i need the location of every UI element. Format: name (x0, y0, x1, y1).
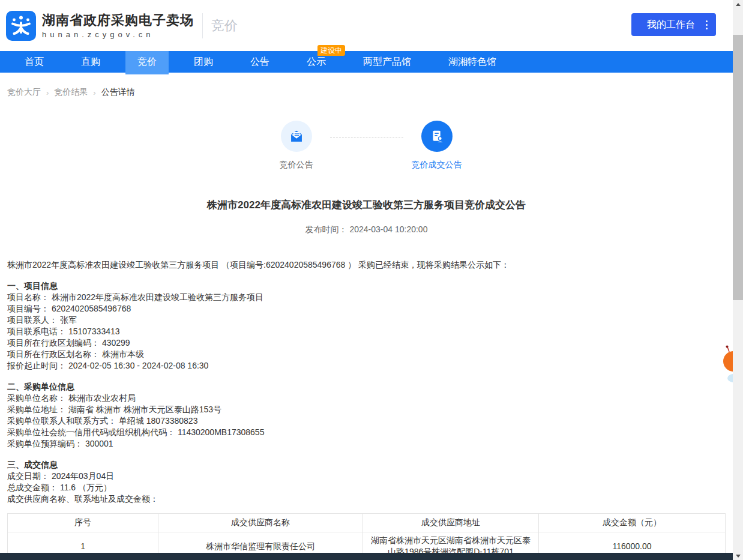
publish-time: 发布时间： 2024-03-04 10:20:00 (0, 224, 733, 235)
nav-item-publicity-label: 公示 (307, 56, 326, 67)
portal-section-label: 竞价 (202, 13, 238, 38)
service-mascot[interactable] (721, 345, 733, 384)
header-deal-amount: 成交金额（元） (539, 514, 726, 532)
project-phone: 项目联系电话： 15107333413 (7, 326, 726, 337)
project-name: 项目名称： 株洲市2022年度高标准农田建设竣工验收第三方服务项目 (7, 292, 726, 303)
nav-item-bidding[interactable]: 竞价 (125, 51, 169, 74)
nav-item-two-type-products[interactable]: 两型产品馆 (351, 51, 423, 73)
site-title: 湖南省政府采购电子卖场 (42, 13, 194, 28)
step-label-bidding-announcement: 竞价公告 (263, 160, 330, 170)
scrollbar-down-arrow-icon[interactable] (733, 552, 743, 560)
section3-heading: 三、成交信息 (7, 459, 726, 471)
quote-time-range: 报价起止时间： 2024-02-05 16:30 - 2024-02-08 16… (7, 360, 726, 372)
notice-intro: 株洲市2022年度高标准农田建设竣工验收第三方服务项目 （项目编号:620240… (7, 259, 726, 271)
main-nav: 首页 直购 竞价 团购 公告 公示 建设中 两型产品馆 湖湘特色馆 (0, 51, 733, 73)
deal-date: 成交日期： 2024年03月04日 (7, 471, 726, 482)
project-number: 项目编号： 62024020585496768 (7, 303, 726, 315)
deal-document-icon (421, 121, 453, 152)
step-deal-announcement: 竞价成交公告 (403, 121, 471, 170)
page: 湖南省政府采购电子卖场 hunan.zcygov.cn 竞价 我的工作台 首页 … (0, 0, 733, 560)
scrollbar-thumb[interactable] (733, 35, 743, 300)
notice-title: 株洲市2022年度高标准农田建设竣工验收第三方服务项目竞价成交公告 (0, 198, 733, 212)
section1-heading: 一、项目信息 (7, 280, 726, 292)
under-construction-badge: 建设中 (317, 45, 345, 56)
nav-item-huxiang-specialty[interactable]: 湖湘特色馆 (436, 51, 508, 73)
more-dots-icon (706, 20, 708, 29)
project-region-code: 项目所在行政区划编码： 430299 (7, 337, 726, 349)
workbench-button[interactable]: 我的工作台 (631, 13, 716, 36)
project-region-name: 项目所在行政区划名称： 株洲市本级 (7, 349, 726, 360)
header-supplier-address: 成交供应商地址 (363, 514, 539, 532)
scrollbar-up-arrow-icon[interactable] (733, 0, 743, 8)
brand-block: 湖南省政府采购电子卖场 hunan.zcygov.cn (42, 13, 194, 39)
notice-body: 株洲市2022年度高标准农田建设竣工验收第三方服务项目 （项目编号:620240… (0, 259, 733, 560)
purchaser-credit-code: 采购单位社会统一信用代码或组织机构代码： 11430200MB17308655 (7, 427, 726, 438)
section2-heading: 二、采购单位信息 (7, 381, 726, 393)
nav-item-direct-purchase[interactable]: 直购 (69, 51, 112, 73)
nav-item-announcement[interactable]: 公告 (238, 51, 281, 73)
step-connector-line (330, 137, 403, 137)
nav-item-home[interactable]: 首页 (13, 51, 56, 73)
deal-supplier-intro: 成交供应商名称、联系地址及成交金额： (7, 493, 726, 505)
zcy-logo-icon (6, 11, 36, 41)
footer-bar (0, 553, 733, 560)
vertical-scrollbar[interactable] (733, 0, 743, 560)
breadcrumb-separator-icon: › (46, 88, 49, 97)
breadcrumb-bidding-hall[interactable]: 竞价大厅 (7, 87, 41, 98)
site-domain: hunan.zcygov.cn (42, 30, 194, 39)
purchaser-contact: 采购单位联系人和联系方式： 单绍城 18073380823 (7, 415, 726, 427)
table-header-row: 序号 成交供应商名称 成交供应商地址 成交金额（元） (8, 514, 726, 532)
purchaser-budget-code: 采购单位预算编码： 300001 (7, 438, 726, 450)
deal-total-amount: 总成交金额： 11.6 （万元） (7, 482, 726, 493)
workbench-button-label: 我的工作台 (647, 19, 695, 31)
header-serial-number: 序号 (8, 514, 158, 532)
envelope-icon (281, 121, 312, 152)
breadcrumb-bidding-results[interactable]: 竞价结果 (54, 87, 88, 98)
breadcrumb-separator-icon: › (93, 88, 95, 97)
top-header: 湖南省政府采购电子卖场 hunan.zcygov.cn 竞价 我的工作台 (0, 0, 733, 51)
breadcrumb-announcement-detail: 公告详情 (101, 87, 135, 98)
purchaser-name: 采购单位名称： 株洲市农业农村局 (7, 393, 726, 404)
project-contact: 项目联系人： 张军 (7, 315, 726, 326)
nav-item-group-purchase[interactable]: 团购 (182, 51, 225, 73)
step-bidding-announcement: 竞价公告 (263, 121, 330, 170)
breadcrumb: 竞价大厅 › 竞价结果 › 公告详情 (0, 73, 733, 98)
header-supplier-name: 成交供应商名称 (158, 514, 363, 532)
step-label-deal-announcement: 竞价成交公告 (403, 160, 471, 170)
nav-item-publicity[interactable]: 公示 建设中 (295, 51, 338, 73)
step-indicator: 竞价公告 竞价成交公告 (0, 121, 733, 170)
purchaser-address: 采购单位地址： 湖南省 株洲市 株洲市天元区泰山路153号 (7, 404, 726, 415)
